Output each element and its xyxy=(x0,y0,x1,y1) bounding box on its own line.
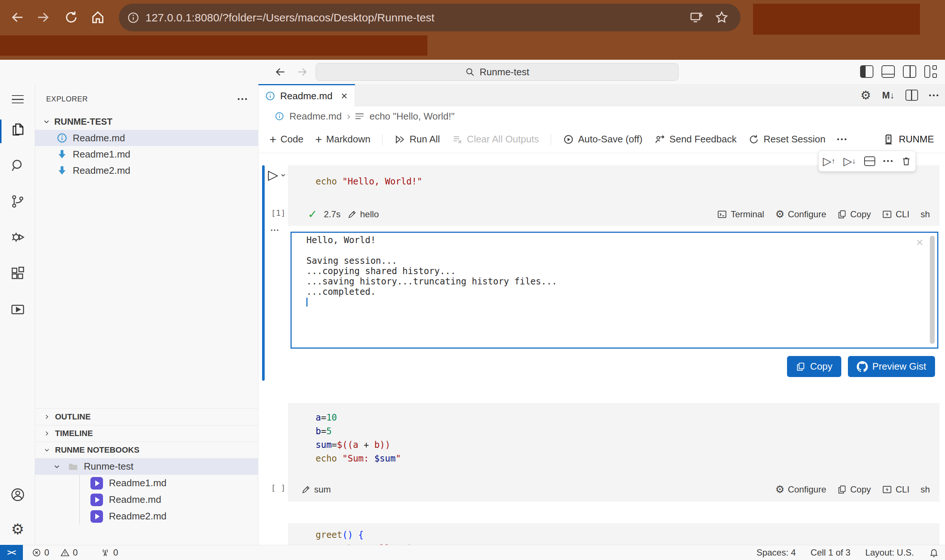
clear-all-outputs-button[interactable]: Clear All Outputs xyxy=(452,134,539,145)
file-item-readme1[interactable]: Readme1.md xyxy=(35,146,258,162)
cell-position[interactable]: Cell 1 of 3 xyxy=(811,548,851,558)
code-cell-2[interactable]: a=10b=5sum=$((a + b))echo "Sum: $sum" su… xyxy=(288,403,939,502)
editor-more-actions-icon[interactable] xyxy=(929,94,938,96)
auto-save-icon xyxy=(563,134,574,145)
preview-gist-button[interactable]: Preview Gist xyxy=(848,356,935,377)
tab-readme[interactable]: Readme.md × xyxy=(258,84,355,107)
browser-back-button[interactable] xyxy=(9,9,26,26)
cell-code[interactable]: greet() { echo "Hello, $1!" xyxy=(288,523,939,545)
install-app-icon[interactable] xyxy=(689,10,704,25)
add-code-button[interactable]: + Code xyxy=(270,134,304,145)
breadcrumb-cell[interactable]: echo "Hello, World!" xyxy=(370,111,455,122)
reset-session-button[interactable]: Reset Session xyxy=(748,134,825,145)
toolbar-more-actions-icon[interactable] xyxy=(837,138,846,140)
sidebar-item-search[interactable] xyxy=(10,157,25,173)
breadcrumb-file[interactable]: Readme.md xyxy=(290,111,342,122)
browser-home-button[interactable] xyxy=(89,9,106,26)
execute-above-button[interactable]: ▷↑ xyxy=(823,156,835,167)
section-outline[interactable]: OUTLINE xyxy=(35,408,258,425)
preview-gist-label: Preview Gist xyxy=(872,361,926,372)
problems-warnings[interactable]: 0 xyxy=(60,548,77,558)
home-icon xyxy=(91,10,105,25)
configure-button[interactable]: ⚙ Configure xyxy=(775,485,826,495)
cell-name[interactable]: hello xyxy=(347,209,379,220)
accounts-button[interactable] xyxy=(10,487,25,502)
cell-code[interactable]: a=10b=5sum=$((a + b))echo "Sum: $sum" xyxy=(288,403,939,466)
layout-controls xyxy=(860,65,937,78)
auto-save-button[interactable]: Auto-Save (off) xyxy=(563,134,642,145)
url-text[interactable]: 127.0.0.1:8080/?folder=/Users/macos/Desk… xyxy=(145,11,435,24)
run-all-button[interactable]: Run All xyxy=(394,134,439,145)
sidebar-item-runme[interactable] xyxy=(10,302,25,317)
output-scrollbar[interactable] xyxy=(930,236,935,344)
file-item-readme[interactable]: Readme.md xyxy=(35,130,258,146)
toggle-panel-icon[interactable] xyxy=(882,65,895,78)
terminal-button[interactable]: Terminal xyxy=(717,209,764,220)
add-markdown-button[interactable]: + Markdown xyxy=(315,134,371,145)
settings-button[interactable]: ⚙ xyxy=(10,521,25,537)
cell-language[interactable]: sh xyxy=(920,485,930,495)
command-center-search[interactable]: Runme-test xyxy=(316,63,678,81)
copy-cell-button[interactable]: Copy xyxy=(837,209,871,220)
menu-button[interactable] xyxy=(10,91,25,107)
output-gutter-menu-icon[interactable] xyxy=(271,229,278,231)
tab-close-icon[interactable]: × xyxy=(341,91,348,102)
tree-root-runme-test[interactable]: RUNME-TEST xyxy=(35,114,258,130)
hamburger-icon xyxy=(12,95,24,103)
send-feedback-button[interactable]: Send Feedback xyxy=(654,134,737,145)
cli-button[interactable]: CLI xyxy=(882,485,909,495)
split-cell-icon[interactable] xyxy=(864,157,875,166)
bell-icon[interactable] xyxy=(929,548,939,558)
notebook-body: ▷ echo "Hello, World!" ✓ 2.7s hello xyxy=(258,154,945,545)
indent-setting[interactable]: Spaces: 4 xyxy=(756,548,796,558)
copy-output-button[interactable]: Copy xyxy=(787,356,841,377)
file-item-readme2[interactable]: Readme2.md xyxy=(35,162,258,178)
notebook-item-readme[interactable]: Readme.md xyxy=(35,491,258,508)
toggle-secondary-sidebar-icon[interactable] xyxy=(903,65,916,78)
sidebar-item-extensions[interactable] xyxy=(10,266,25,281)
remote-indicator[interactable]: >< xyxy=(0,545,23,560)
browser-forward-button[interactable] xyxy=(35,9,52,26)
sidebar-item-explorer[interactable] xyxy=(10,122,25,137)
folder-icon xyxy=(68,461,79,472)
notebook-item-readme1[interactable]: Readme1.md xyxy=(35,475,258,491)
cell-language[interactable]: sh xyxy=(920,209,930,220)
split-editor-icon[interactable] xyxy=(905,90,918,101)
explorer-more-actions-icon[interactable] xyxy=(238,98,247,100)
ports-indicator[interactable]: 0 xyxy=(100,548,118,558)
nav-back-button[interactable] xyxy=(273,65,287,79)
bookmark-star-icon[interactable] xyxy=(715,10,729,25)
address-bar[interactable]: 127.0.0.1:8080/?folder=/Users/macos/Desk… xyxy=(119,4,740,31)
notebook-settings-gear-icon[interactable]: ⚙ xyxy=(860,89,871,101)
breadcrumb-separator: › xyxy=(347,110,350,122)
notebook-folder-runme-test[interactable]: Runme-test xyxy=(35,458,258,475)
cell-output[interactable]: Hello, World! Saving session......copyin… xyxy=(290,232,938,349)
site-info-icon[interactable] xyxy=(127,11,140,24)
toolbar-divider xyxy=(551,134,551,145)
cell-name[interactable]: sum xyxy=(301,485,331,495)
code-cell-3[interactable]: greet() { echo "Hello, $1!" xyxy=(288,523,939,545)
run-cell-button[interactable]: ▷ xyxy=(268,168,287,182)
sidebar-item-run-debug[interactable] xyxy=(10,229,25,245)
layout-setting[interactable]: Layout: U.S. xyxy=(865,548,914,558)
delete-cell-icon[interactable] xyxy=(901,156,911,166)
configure-button[interactable]: ⚙ Configure xyxy=(775,209,826,220)
problems-errors[interactable]: 0 xyxy=(32,548,49,558)
nav-forward-button[interactable] xyxy=(295,65,309,79)
cli-button[interactable]: CLI xyxy=(882,209,909,220)
toggle-sidebar-icon[interactable] xyxy=(860,65,873,78)
browser-reload-button[interactable] xyxy=(63,9,80,26)
customize-layout-icon[interactable] xyxy=(924,65,937,78)
configure-label: Configure xyxy=(788,485,826,495)
execute-below-button[interactable]: ▷↓ xyxy=(843,156,856,167)
code-cell-1[interactable]: echo "Hello, World!" ✓ 2.7s hello xyxy=(288,165,939,226)
cell-more-actions-icon[interactable] xyxy=(883,160,893,162)
copy-cell-button[interactable]: Copy xyxy=(837,485,871,495)
notebook-item-readme2[interactable]: Readme2.md xyxy=(35,508,258,525)
markdown-preview-icon[interactable]: M↓ xyxy=(882,90,894,101)
output-close-icon[interactable]: × xyxy=(916,236,923,248)
section-runme-notebooks[interactable]: RUNME NOTEBOOKS xyxy=(35,442,258,458)
screen: 127.0.0.1:8080/?folder=/Users/macos/Desk… xyxy=(0,0,945,560)
sidebar-item-source-control[interactable] xyxy=(10,194,25,209)
section-timeline[interactable]: TIMELINE xyxy=(35,425,258,442)
